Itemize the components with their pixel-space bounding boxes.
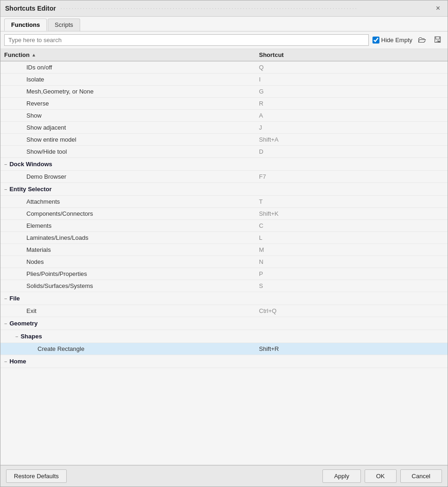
- table-row[interactable]: Plies/Points/Properties P: [0, 268, 448, 280]
- search-input[interactable]: [4, 34, 369, 46]
- col-shortcut-header: Shortcut: [255, 51, 448, 58]
- toolbar: Hide Empty 🗁 🖫: [0, 31, 448, 49]
- shortcut-cell: Shift+A: [255, 134, 448, 145]
- table-row[interactable]: Demo Browser F7: [0, 171, 448, 183]
- table-row[interactable]: Laminates/Lines/Loads L: [0, 232, 448, 244]
- table-row[interactable]: Show/Hide tool D: [0, 146, 448, 158]
- shortcut-cell: Shift+R: [255, 343, 448, 354]
- group-row-entity-selector[interactable]: − Entity Selector: [0, 183, 448, 196]
- table-row[interactable]: Nodes N: [0, 256, 448, 268]
- shortcut-cell: A: [255, 110, 448, 121]
- function-cell: Solids/Surfaces/Systems: [0, 281, 255, 291]
- function-cell: Show/Hide tool: [0, 146, 255, 157]
- tab-scripts[interactable]: Scripts: [48, 19, 80, 31]
- shortcuts-editor-dialog: Shortcuts Editor ·······················…: [0, 0, 448, 487]
- table-row[interactable]: Solids/Surfaces/Systems S: [0, 280, 448, 292]
- function-cell: Show adjacent: [0, 122, 255, 133]
- group-label: File: [9, 295, 19, 302]
- shortcut-cell: Ctrl+Q: [255, 306, 448, 316]
- cancel-button[interactable]: Cancel: [400, 469, 442, 483]
- group-cell: − Geometry: [0, 318, 255, 329]
- function-cell: Demo Browser: [0, 171, 255, 182]
- group-cell: − File: [0, 293, 255, 304]
- collapse-icon[interactable]: −: [15, 334, 18, 339]
- function-cell: Create Rectangle: [0, 343, 255, 354]
- table-row[interactable]: Show A: [0, 110, 448, 122]
- footer: Restore Defaults Apply OK Cancel: [0, 465, 448, 487]
- shortcut-cell: J: [255, 122, 448, 133]
- function-cell: Laminates/Lines/Loads: [0, 232, 255, 243]
- table-row[interactable]: Show entire model Shift+A: [0, 134, 448, 146]
- collapse-icon[interactable]: −: [4, 162, 7, 167]
- shortcut-cell: L: [255, 232, 448, 243]
- table-row[interactable]: Components/Connectors Shift+K: [0, 208, 448, 220]
- table-row[interactable]: Isolate I: [0, 74, 448, 86]
- group-cell: − Entity Selector: [0, 183, 255, 195]
- group-cell: − Dock Windows: [0, 158, 255, 170]
- collapse-icon[interactable]: −: [4, 321, 7, 326]
- table-row[interactable]: Elements C: [0, 220, 448, 232]
- function-cell: Show: [0, 110, 255, 121]
- function-cell: Elements: [0, 220, 255, 231]
- tab-functions[interactable]: Functions: [4, 19, 47, 31]
- shortcut-cell: F7: [255, 171, 448, 182]
- group-label: Home: [9, 358, 26, 365]
- collapse-icon[interactable]: −: [4, 359, 7, 364]
- group-label: Entity Selector: [9, 186, 51, 193]
- table-row[interactable]: Attachments T: [0, 196, 448, 208]
- group-row-dock-windows[interactable]: − Dock Windows: [0, 158, 448, 171]
- function-cell: IDs on/off: [0, 62, 255, 73]
- apply-button[interactable]: Apply: [322, 469, 361, 483]
- table-row[interactable]: Materials M: [0, 244, 448, 256]
- table-container: Function ▲ Shortcut IDs on/off Q Isolate…: [0, 49, 448, 465]
- subgroup-cell: − Shapes: [0, 331, 46, 342]
- shortcut-cell: G: [255, 86, 448, 97]
- function-cell: Materials: [0, 244, 255, 255]
- shortcut-cell: Q: [255, 62, 448, 73]
- table-header: Function ▲ Shortcut: [0, 49, 448, 62]
- function-cell: Mesh,Geometry, or None: [0, 86, 255, 97]
- restore-defaults-button[interactable]: Restore Defaults: [6, 469, 67, 483]
- save-icon[interactable]: 🖫: [432, 34, 444, 46]
- group-label: Geometry: [9, 320, 38, 327]
- subgroup-row-shapes[interactable]: − Shapes: [0, 330, 448, 343]
- ok-button[interactable]: OK: [365, 469, 397, 483]
- shortcut-cell: S: [255, 281, 448, 291]
- function-cell: Attachments: [0, 196, 255, 207]
- group-row-geometry[interactable]: − Geometry: [0, 317, 448, 330]
- shortcut-cell: Shift+K: [255, 208, 448, 219]
- table-row[interactable]: Reverse R: [0, 98, 448, 110]
- table-row-create-rectangle[interactable]: Create Rectangle Shift+R: [0, 343, 448, 355]
- hide-empty-checkbox[interactable]: [372, 37, 379, 44]
- function-cell: Show entire model: [0, 134, 255, 145]
- dialog-title: Shortcuts Editor: [5, 5, 56, 12]
- tabs-bar: Functions Scripts: [0, 17, 448, 31]
- subgroup-label: Shapes: [20, 333, 42, 340]
- group-label: Dock Windows: [9, 161, 52, 168]
- table-row[interactable]: Show adjacent J: [0, 122, 448, 134]
- footer-left: Restore Defaults: [6, 469, 67, 483]
- collapse-icon[interactable]: −: [4, 296, 7, 301]
- table-row[interactable]: Exit Ctrl+Q: [0, 305, 448, 317]
- col-function-header: Function ▲: [0, 51, 255, 58]
- shortcut-cell: D: [255, 146, 448, 157]
- shortcut-cell: P: [255, 268, 448, 279]
- collapse-icon[interactable]: −: [4, 187, 7, 192]
- function-cell: Nodes: [0, 256, 255, 267]
- sort-arrow-icon: ▲: [32, 52, 36, 57]
- table-body: IDs on/off Q Isolate I Mesh,Geometry, or…: [0, 62, 448, 465]
- function-cell: Isolate: [0, 74, 255, 85]
- function-cell: Exit: [0, 306, 255, 316]
- shortcut-cell: I: [255, 74, 448, 85]
- group-row-file[interactable]: − File: [0, 292, 448, 305]
- table-row[interactable]: IDs on/off Q: [0, 62, 448, 74]
- close-button[interactable]: ×: [433, 3, 443, 13]
- footer-right: Apply OK Cancel: [322, 469, 442, 483]
- table-row[interactable]: Mesh,Geometry, or None G: [0, 86, 448, 98]
- group-cell: − Home: [0, 356, 255, 367]
- hide-empty-label: Hide Empty: [372, 37, 412, 44]
- folder-icon[interactable]: 🗁: [416, 34, 428, 46]
- function-cell: Components/Connectors: [0, 208, 255, 219]
- shortcut-cell: T: [255, 196, 448, 207]
- group-row-home[interactable]: − Home: [0, 355, 448, 368]
